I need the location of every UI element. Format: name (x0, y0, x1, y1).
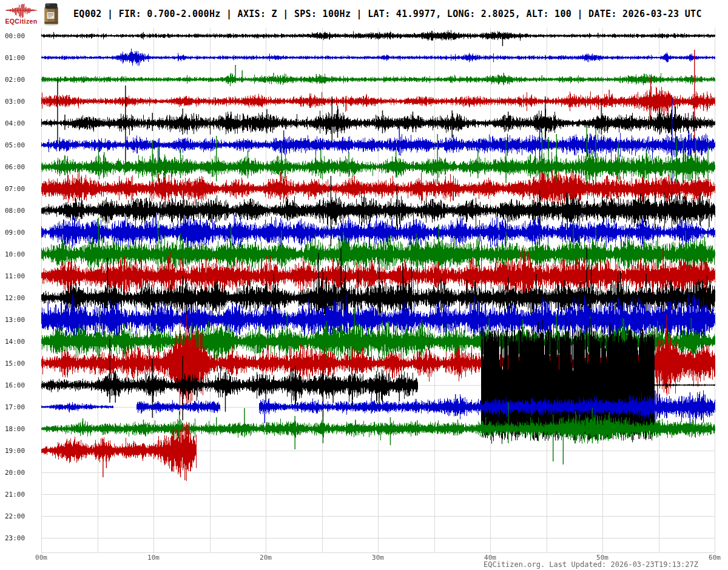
hour-label: 19:00 (5, 447, 29, 455)
sensor-photo (43, 2, 59, 26)
hour-label: 23:00 (5, 534, 29, 542)
hour-label: 05:00 (5, 141, 29, 149)
hour-label: 04:00 (5, 119, 29, 127)
hour-label: 11:00 (5, 272, 29, 280)
hour-label: 09:00 (5, 229, 29, 236)
station-title: EQ002 | FIR: 0.700-2.000Hz | AXIS: Z | S… (73, 8, 702, 19)
hour-label: 13:00 (5, 316, 29, 324)
hour-label: 16:00 (5, 381, 29, 389)
hour-label: 03:00 (5, 98, 29, 106)
hour-label: 00:00 (5, 32, 29, 40)
hour-label: 08:00 (5, 207, 29, 215)
minute-tick-label: 00m (30, 554, 52, 562)
helicorder-plot: 00:0001:0002:0003:0004:0005:0006:0007:00… (0, 0, 728, 570)
hour-label: 20:00 (5, 469, 29, 477)
hour-label: 21:00 (5, 491, 29, 498)
minute-tick-label: 60m (704, 554, 726, 562)
logo-text: EQCitizen (4, 18, 39, 25)
brand-logo: EQCitizen (4, 2, 39, 25)
hour-label: 01:00 (5, 54, 29, 62)
hour-label: 02:00 (5, 76, 29, 84)
hour-label: 22:00 (5, 512, 29, 520)
minute-tick-label: 30m (367, 554, 389, 562)
footer-credit: EQCitizen.org. Last Updated: 2026-03-23T… (484, 560, 698, 569)
seismic-waveform-icon (5, 2, 38, 18)
hour-label: 15:00 (5, 360, 29, 367)
header: EQCitizen EQ002 | FIR: 0.700-2.000Hz | A… (0, 0, 728, 28)
helicorder-canvas (0, 0, 728, 570)
hour-label: 07:00 (5, 185, 29, 193)
hour-label: 17:00 (5, 403, 29, 411)
hour-label: 12:00 (5, 294, 29, 302)
hour-label: 06:00 (5, 163, 29, 171)
hour-label: 10:00 (5, 250, 29, 258)
hour-label: 14:00 (5, 338, 29, 346)
minute-tick-label: 10m (143, 554, 164, 562)
hour-label: 18:00 (5, 425, 29, 433)
app-root: 00:0001:0002:0003:0004:0005:0006:0007:00… (0, 0, 728, 570)
minute-tick-label: 20m (255, 554, 277, 562)
